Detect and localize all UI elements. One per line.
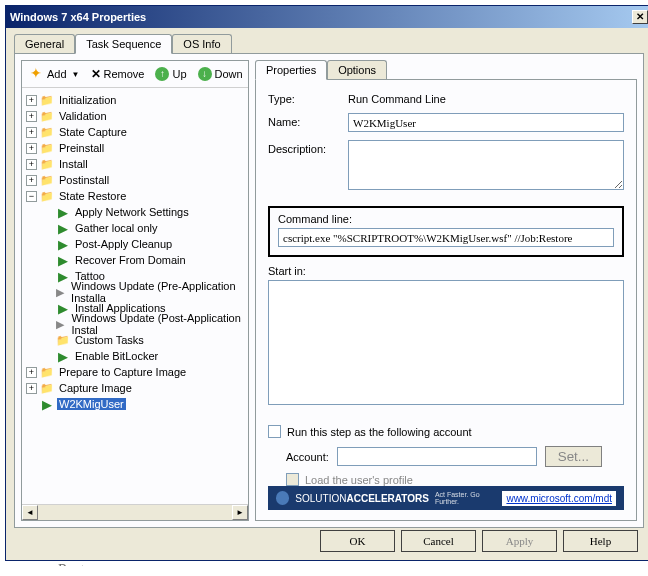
command-line-label: Command line: bbox=[278, 213, 614, 225]
solution-accelerators-banner: SOLUTIONACCELERATORS Act Faster. Go Furt… bbox=[268, 486, 624, 510]
properties-panel: Type: Run Command Line Name: Description… bbox=[255, 79, 637, 521]
folder-icon: 📁 bbox=[40, 141, 54, 155]
tab-task-sequence[interactable]: Task Sequence bbox=[75, 34, 172, 54]
close-button[interactable]: ✕ bbox=[632, 10, 648, 24]
tree-item-prepare-capture[interactable]: +📁Prepare to Capture Image bbox=[26, 364, 244, 380]
folder-icon: 📁 bbox=[40, 93, 54, 107]
expand-icon[interactable]: + bbox=[26, 143, 37, 154]
collapse-icon[interactable]: − bbox=[26, 191, 37, 202]
cancel-button[interactable]: Cancel bbox=[401, 530, 476, 552]
expand-icon[interactable]: + bbox=[26, 111, 37, 122]
task-arrow-icon: ▶ bbox=[40, 397, 54, 411]
task-arrow-icon: ▶ bbox=[56, 301, 70, 315]
folder-icon: 📁 bbox=[40, 125, 54, 139]
brand-globe-icon bbox=[276, 491, 289, 505]
task-arrow-icon: ▶ bbox=[54, 317, 66, 331]
help-button[interactable]: Help bbox=[563, 530, 638, 552]
description-input[interactable] bbox=[348, 140, 624, 190]
tree-item-winupdate-post[interactable]: ▶Windows Update (Post-Application Instal bbox=[42, 316, 244, 332]
horizontal-scrollbar[interactable]: ◄ ► bbox=[22, 504, 248, 520]
tab-general[interactable]: General bbox=[14, 34, 75, 53]
set-button[interactable]: Set... bbox=[545, 446, 602, 467]
titlebar[interactable]: Windows 7 x64 Properties ✕ bbox=[6, 6, 648, 28]
expand-icon[interactable]: + bbox=[26, 175, 37, 186]
tree-item-initialization[interactable]: +📁Initialization bbox=[26, 92, 244, 108]
type-value: Run Command Line bbox=[348, 90, 446, 105]
properties-pane: Properties Options Type: Run Command Lin… bbox=[255, 60, 637, 521]
tree-item-preinstall[interactable]: +📁Preinstall bbox=[26, 140, 244, 156]
down-button[interactable]: ↓Down bbox=[194, 65, 247, 83]
load-profile-checkbox bbox=[286, 473, 299, 486]
tree-item-state-capture[interactable]: +📁State Capture bbox=[26, 124, 244, 140]
tab-content: Add▼ ✕Remove ↑Up ↓Down +📁Initialization … bbox=[14, 53, 644, 528]
apply-button[interactable]: Apply bbox=[482, 530, 557, 552]
run-as-label: Run this step as the following account bbox=[287, 426, 472, 438]
chevron-down-icon: ▼ bbox=[72, 70, 80, 79]
properties-tabs: Properties Options bbox=[255, 60, 637, 79]
run-as-checkbox[interactable] bbox=[268, 425, 281, 438]
main-tabs: General Task Sequence OS Info bbox=[6, 28, 648, 53]
task-arrow-icon: ▶ bbox=[56, 349, 70, 363]
tree-item-gather-local[interactable]: ▶Gather local only bbox=[42, 220, 244, 236]
task-arrow-icon: ▶ bbox=[56, 221, 70, 235]
window-title: Windows 7 x64 Properties bbox=[10, 11, 632, 23]
down-arrow-icon: ↓ bbox=[198, 67, 212, 81]
command-line-highlight: Command line: bbox=[268, 206, 624, 257]
up-arrow-icon: ↑ bbox=[155, 67, 169, 81]
tree-item-recover-domain[interactable]: ▶Recover From Domain bbox=[42, 252, 244, 268]
tree-item-bitlocker[interactable]: ▶Enable BitLocker bbox=[42, 348, 244, 364]
task-arrow-icon: ▶ bbox=[54, 285, 66, 299]
remove-x-icon: ✕ bbox=[91, 67, 101, 81]
up-button[interactable]: ↑Up bbox=[151, 65, 190, 83]
task-arrow-icon: ▶ bbox=[56, 269, 70, 283]
start-in-input[interactable] bbox=[268, 280, 624, 405]
tree-item-state-restore[interactable]: −📁State Restore bbox=[26, 188, 244, 204]
folder-icon: 📁 bbox=[40, 365, 54, 379]
start-in-label: Start in: bbox=[268, 265, 624, 277]
folder-icon: 📁 bbox=[40, 109, 54, 123]
properties-window: Windows 7 x64 Properties ✕ General Task … bbox=[5, 5, 648, 561]
command-line-input[interactable] bbox=[278, 228, 614, 247]
scroll-right-icon[interactable]: ► bbox=[232, 505, 248, 520]
expand-icon[interactable]: + bbox=[26, 95, 37, 106]
tree-item-winupdate-pre[interactable]: ▶Windows Update (Pre-Application Install… bbox=[42, 284, 244, 300]
tree-item-apply-network[interactable]: ▶Apply Network Settings bbox=[42, 204, 244, 220]
folder-icon: 📁 bbox=[40, 157, 54, 171]
task-tree-pane: Add▼ ✕Remove ↑Up ↓Down +📁Initialization … bbox=[21, 60, 249, 521]
expand-icon[interactable]: + bbox=[26, 383, 37, 394]
watermark: groovyPost.com bbox=[16, 561, 113, 566]
expand-icon[interactable]: + bbox=[26, 127, 37, 138]
folder-icon: 📁 bbox=[40, 381, 54, 395]
description-label: Description: bbox=[268, 140, 348, 155]
remove-button[interactable]: ✕Remove bbox=[87, 65, 149, 83]
tree-item-capture-image[interactable]: +📁Capture Image bbox=[26, 380, 244, 396]
account-label: Account: bbox=[286, 451, 329, 463]
task-arrow-icon: ▶ bbox=[56, 237, 70, 251]
tree-item-w2kmiguser[interactable]: ▶W2KMigUser bbox=[26, 396, 244, 412]
microsoft-mdt-link[interactable]: www.microsoft.com/mdt bbox=[502, 491, 616, 506]
scroll-left-icon[interactable]: ◄ bbox=[22, 505, 38, 520]
tab-properties[interactable]: Properties bbox=[255, 60, 327, 80]
tab-os-info[interactable]: OS Info bbox=[172, 34, 231, 53]
name-label: Name: bbox=[268, 113, 348, 128]
tab-options[interactable]: Options bbox=[327, 60, 387, 79]
tree-item-postinstall[interactable]: +📁Postinstall bbox=[26, 172, 244, 188]
folder-icon: 📁 bbox=[56, 333, 70, 347]
folder-icon: 📁 bbox=[40, 189, 54, 203]
load-profile-label: Load the user's profile bbox=[305, 474, 413, 486]
account-input[interactable] bbox=[337, 447, 537, 466]
ok-button[interactable]: OK bbox=[320, 530, 395, 552]
tree-toolbar: Add▼ ✕Remove ↑Up ↓Down bbox=[22, 61, 248, 88]
tree-item-post-apply[interactable]: ▶Post-Apply Cleanup bbox=[42, 236, 244, 252]
expand-icon[interactable]: + bbox=[26, 159, 37, 170]
tree-item-install[interactable]: +📁Install bbox=[26, 156, 244, 172]
task-arrow-icon: ▶ bbox=[56, 205, 70, 219]
add-button[interactable]: Add▼ bbox=[26, 65, 84, 83]
tree-item-validation[interactable]: +📁Validation bbox=[26, 108, 244, 124]
task-tree[interactable]: +📁Initialization +📁Validation +📁State Ca… bbox=[22, 88, 248, 504]
add-star-icon bbox=[30, 67, 44, 81]
dialog-buttons: OK Cancel Apply Help bbox=[320, 530, 638, 552]
expand-icon[interactable]: + bbox=[26, 367, 37, 378]
name-input[interactable] bbox=[348, 113, 624, 132]
type-label: Type: bbox=[268, 90, 348, 105]
